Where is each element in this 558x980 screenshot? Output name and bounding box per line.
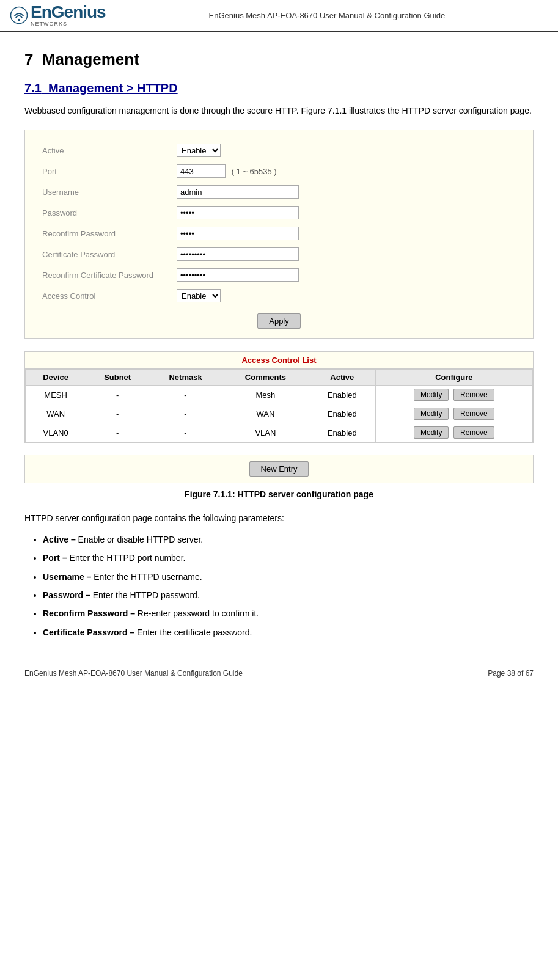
svg-point-1 (18, 19, 20, 21)
table-row: WAN - - WAN Enabled Modify Remove (26, 404, 533, 423)
term-active: Active – (43, 535, 76, 544)
username-input[interactable] (177, 185, 299, 199)
cell-active: Enabled (309, 386, 375, 404)
table-row: MESH - - Mesh Enabled Modify Remove (26, 386, 533, 404)
field-password: Password (37, 202, 521, 223)
list-item: Active – Enable or disable HTTPD server. (43, 533, 534, 546)
port-input[interactable] (177, 164, 226, 178)
cell-active: Enabled (309, 423, 375, 442)
label-cert-password: Certificate Password (37, 244, 172, 265)
label-access-control: Access Control (37, 285, 172, 306)
brand-sub: NETWORKS (31, 21, 67, 27)
col-configure: Configure (375, 370, 532, 386)
page-footer: EnGenius Mesh AP-EOA-8670 User Manual & … (0, 664, 558, 682)
cell-device: MESH (26, 386, 86, 404)
cell-netmask: - (149, 386, 222, 404)
acl-section: Access Control List Device Subnet Netmas… (24, 351, 534, 443)
brand-name: EnGenius (31, 4, 106, 21)
label-reconfirm-cert-password: Reconfirm Certificate Password (37, 265, 172, 285)
page-content: 7 Management 7.1 Management > HTTPD Webb… (0, 32, 558, 657)
term-port: Port – (43, 553, 67, 563)
modify-button[interactable]: Modify (414, 426, 449, 439)
header-title: EnGenius Mesh AP-EOA-8670 User Manual & … (106, 11, 548, 20)
section-title: 7 Management (24, 50, 534, 69)
remove-button[interactable]: Remove (453, 426, 494, 439)
modify-button[interactable]: Modify (414, 389, 449, 401)
cell-subnet: - (86, 386, 149, 404)
field-port: Port ( 1 ~ 65535 ) (37, 161, 521, 181)
new-entry-row: New Entry (24, 455, 534, 483)
reconfirm-cert-password-input[interactable] (177, 268, 299, 282)
col-device: Device (26, 370, 86, 386)
term-username: Username – (43, 572, 91, 582)
field-reconfirm-password: Reconfirm Password (37, 223, 521, 244)
access-control-select[interactable]: Enable Disable (177, 289, 221, 302)
sub-section-title: 7.1 Management > HTTPD (24, 81, 534, 95)
label-port: Port (37, 161, 172, 181)
col-subnet: Subnet (86, 370, 149, 386)
label-active: Active (37, 140, 172, 161)
cell-comments: VLAN (222, 423, 309, 442)
list-item: Username – Enter the HTTPD username. (43, 570, 534, 583)
figure-caption: Figure 7.1.1: HTTPD server configuration… (24, 489, 534, 499)
field-cert-password: Certificate Password (37, 244, 521, 265)
acl-table: Device Subnet Netmask Comments Active Co… (25, 369, 533, 442)
list-item: Password – Enter the HTTPD password. (43, 588, 534, 602)
list-item: Reconfirm Password – Re-enter password t… (43, 607, 534, 620)
col-comments: Comments (222, 370, 309, 386)
cell-subnet: - (86, 404, 149, 423)
modify-button[interactable]: Modify (414, 408, 449, 420)
apply-row: Apply (37, 313, 521, 329)
logo-area: EnGenius NETWORKS (10, 4, 106, 27)
logo-text-area: EnGenius NETWORKS (31, 4, 106, 27)
footer-left: EnGenius Mesh AP-EOA-8670 User Manual & … (24, 669, 243, 678)
field-active: Active Enable Disable (37, 140, 521, 161)
cell-configure: Modify Remove (375, 404, 532, 423)
cert-password-input[interactable] (177, 247, 299, 261)
port-note: ( 1 ~ 65535 ) (232, 167, 277, 176)
field-access-control: Access Control Enable Disable (37, 285, 521, 306)
cell-comments: Mesh (222, 386, 309, 404)
config-table: Active Enable Disable Port ( 1 ~ 65535 ) (37, 140, 521, 306)
password-input[interactable] (177, 206, 299, 219)
label-reconfirm-password: Reconfirm Password (37, 223, 172, 244)
remove-button[interactable]: Remove (453, 408, 494, 420)
term-password: Password – (43, 590, 90, 600)
active-select[interactable]: Enable Disable (177, 144, 221, 157)
cell-device: VLAN0 (26, 423, 86, 442)
config-panel: Active Enable Disable Port ( 1 ~ 65535 ) (24, 130, 534, 339)
apply-button[interactable]: Apply (257, 313, 301, 329)
col-netmask: Netmask (149, 370, 222, 386)
acl-title: Access Control List (25, 352, 533, 369)
cell-device: WAN (26, 404, 86, 423)
cell-configure: Modify Remove (375, 386, 532, 404)
cell-active: Enabled (309, 404, 375, 423)
field-reconfirm-cert-password: Reconfirm Certificate Password (37, 265, 521, 285)
col-active: Active (309, 370, 375, 386)
list-item: Certificate Password – Enter the certifi… (43, 626, 534, 639)
page-header: EnGenius NETWORKS EnGenius Mesh AP-EOA-8… (0, 0, 558, 32)
label-username: Username (37, 181, 172, 202)
cell-netmask: - (149, 404, 222, 423)
remove-button[interactable]: Remove (453, 389, 494, 401)
cell-configure: Modify Remove (375, 423, 532, 442)
acl-header-row: Device Subnet Netmask Comments Active Co… (26, 370, 533, 386)
list-item: Port – Enter the HTTPD port number. (43, 551, 534, 565)
intro-paragraph: Webbased configuration management is don… (24, 104, 534, 117)
logo-icon (10, 6, 28, 24)
cell-netmask: - (149, 423, 222, 442)
cell-subnet: - (86, 423, 149, 442)
label-password: Password (37, 202, 172, 223)
table-row: VLAN0 - - VLAN Enabled Modify Remove (26, 423, 533, 442)
description-intro: HTTPD server configuration page contains… (24, 511, 534, 525)
cell-comments: WAN (222, 404, 309, 423)
new-entry-button[interactable]: New Entry (249, 461, 309, 477)
field-username: Username (37, 181, 521, 202)
footer-right: Page 38 of 67 (488, 669, 534, 678)
acl-container: Access Control List Device Subnet Netmas… (24, 351, 534, 483)
term-cert-password: Certificate Password – (43, 627, 134, 637)
description-list: Active – Enable or disable HTTPD server.… (43, 533, 534, 639)
term-reconfirm: Reconfirm Password – (43, 609, 135, 618)
reconfirm-password-input[interactable] (177, 227, 299, 240)
